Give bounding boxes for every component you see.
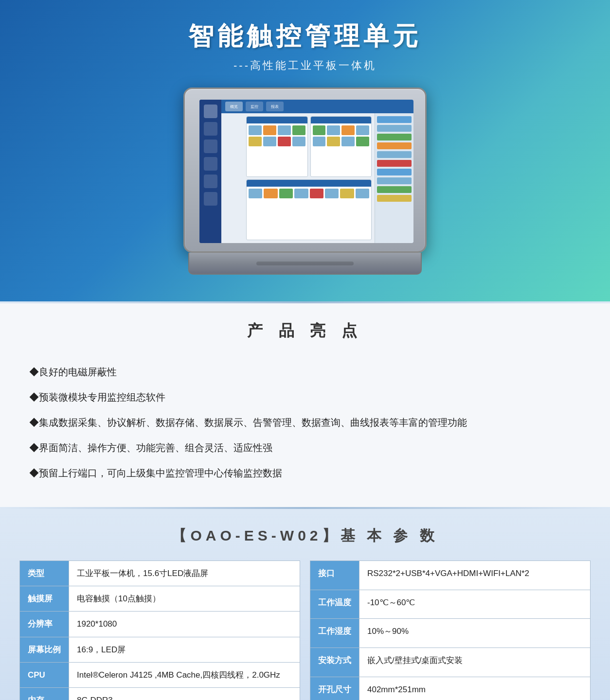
panel-header-1 xyxy=(247,117,307,123)
spec-value: 16:9，LED屏 xyxy=(69,637,300,662)
tablet-stand-detail xyxy=(256,262,354,265)
spec-value: 工业平板一体机，15.6寸LED液晶屏 xyxy=(69,561,300,586)
screen-info-icon xyxy=(204,140,217,153)
screen-right-panel xyxy=(375,113,413,243)
screen-panel-1 xyxy=(246,116,308,177)
spec-value: 电容触摸（10点触摸） xyxy=(69,586,300,612)
spec-row: 安装方式嵌入式/壁挂式/桌面式安装 xyxy=(310,648,591,677)
spec-row: 分辨率1920*1080 xyxy=(20,612,300,637)
feature-item: ◆集成数据采集、协议解析、数据存储、数据展示、告警管理、数据查询、曲线报表等丰富… xyxy=(29,414,581,431)
tablet-screen: 概览 监控 报表 xyxy=(199,100,413,243)
spec-value: 嵌入式/壁挂式/桌面式安装 xyxy=(359,648,591,677)
status-bar xyxy=(377,125,412,132)
mini-block xyxy=(249,189,262,198)
mini-block xyxy=(278,125,291,135)
tablet-stand xyxy=(188,253,422,275)
mini-block xyxy=(341,125,355,135)
features-section: 产 品 亮 点 ◆良好的电磁屏蔽性◆预装微模块专用监控组态软件◆集成数据采集、协… xyxy=(0,303,610,507)
specs-section: 【OAO-ES-W02】基 本 参 数 类型工业平板一体机，15.6寸LED液晶… xyxy=(0,509,610,700)
screen-panel-2 xyxy=(310,116,372,177)
feature-item: ◆良好的电磁屏蔽性 xyxy=(29,364,581,380)
spec-label: 接口 xyxy=(310,561,359,590)
spec-row: 开孔尺寸402mm*251mm xyxy=(310,677,591,700)
status-bar xyxy=(377,186,412,193)
specs-left-table: 类型工业平板一体机，15.6寸LED液晶屏触摸屏电容触摸（10点触摸）分辨率19… xyxy=(19,560,300,700)
main-title: 智能触控管理单元 xyxy=(10,19,600,53)
specs-right-table: 接口RS232*2+USB*4+VGA+HDMI+WIFI+LAN*2工作温度-… xyxy=(310,560,591,700)
spec-row: 触摸屏电容触摸（10点触摸） xyxy=(20,586,300,612)
status-bar xyxy=(377,151,412,158)
spec-label: CPU xyxy=(20,662,69,687)
tablet-device: 概览 监控 报表 xyxy=(179,88,431,272)
mini-block xyxy=(292,137,305,146)
feature-item: ◆预留上行端口，可向上级集中监控管理中心传输监控数据 xyxy=(29,465,581,481)
mini-block xyxy=(327,125,340,135)
screen-left-panel xyxy=(199,100,221,243)
screen-tab-1: 概览 xyxy=(225,102,243,111)
spec-value: 10%～90% xyxy=(359,619,591,648)
spec-value: 402mm*251mm xyxy=(359,677,591,700)
mini-block xyxy=(263,137,276,146)
spec-value: Intel®Celeron J4125 ,4MB Cache,四核四线程，2.0… xyxy=(69,662,300,687)
screen-chart-icon xyxy=(204,157,217,171)
spec-row: 屏幕比例16:9，LED屏 xyxy=(20,637,300,662)
status-bar xyxy=(377,160,412,167)
spec-row: 工作温度-10℃～60℃ xyxy=(310,590,591,619)
mini-block xyxy=(310,189,323,198)
spec-row: 工作湿度10%～90% xyxy=(310,619,591,648)
spec-value: 8G DDR3 xyxy=(69,687,300,700)
screen-top-bar: 概览 监控 报表 xyxy=(221,100,413,113)
sub-title: ---高性能工业平板一体机 xyxy=(10,58,600,73)
mini-block xyxy=(313,125,326,135)
product-image-container: 概览 监控 报表 xyxy=(10,88,600,272)
screen-main-area: 概览 监控 报表 xyxy=(221,100,413,243)
spec-value: RS232*2+USB*4+VGA+HDMI+WIFI+LAN*2 xyxy=(359,561,591,590)
spec-value: -10℃～60℃ xyxy=(359,590,591,619)
spec-row: CPUIntel®Celeron J4125 ,4MB Cache,四核四线程，… xyxy=(20,662,300,687)
spec-row: 接口RS232*2+USB*4+VGA+HDMI+WIFI+LAN*2 xyxy=(310,561,591,590)
status-bar xyxy=(377,177,412,184)
spec-label: 开孔尺寸 xyxy=(310,677,359,700)
tablet-outer: 概览 监控 报表 xyxy=(183,88,427,253)
spec-row: 类型工业平板一体机，15.6寸LED液晶屏 xyxy=(20,561,300,586)
spec-label: 分辨率 xyxy=(20,612,69,637)
spec-label: 工作温度 xyxy=(310,590,359,619)
feature-item: ◆预装微模块专用监控组态软件 xyxy=(29,389,581,405)
mini-block xyxy=(279,189,293,198)
spec-row: 内存8G DDR3 xyxy=(20,687,300,700)
screen-panel-3 xyxy=(246,179,372,240)
specs-table-container: 类型工业平板一体机，15.6寸LED液晶屏触摸屏电容触摸（10点触摸）分辨率19… xyxy=(19,560,591,700)
spec-value: 1920*1080 xyxy=(69,612,300,637)
mini-block xyxy=(278,137,291,146)
mini-block xyxy=(356,137,369,146)
spec-label: 类型 xyxy=(20,561,69,586)
mini-block xyxy=(356,125,369,135)
status-bar xyxy=(377,195,412,202)
feature-item: ◆界面简洁、操作方便、功能完善、组合灵活、适应性强 xyxy=(29,439,581,456)
mini-block xyxy=(249,125,262,135)
mini-block xyxy=(264,189,277,198)
status-bar xyxy=(377,169,412,175)
features-list: ◆良好的电磁屏蔽性◆预装微模块专用监控组态软件◆集成数据采集、协议解析、数据存储… xyxy=(29,364,581,481)
status-bar xyxy=(377,142,412,149)
spec-label: 屏幕比例 xyxy=(20,637,69,662)
screen-extra-icon xyxy=(204,192,217,206)
mini-block xyxy=(294,189,308,198)
mini-block xyxy=(263,125,276,135)
header-section: 智能触控管理单元 ---高性能工业平板一体机 xyxy=(0,0,610,301)
status-bar xyxy=(377,134,412,140)
panel-header-3 xyxy=(247,180,371,187)
features-title: 产 品 亮 点 xyxy=(29,320,581,349)
screen-home-icon xyxy=(204,105,217,118)
screen-settings-icon xyxy=(204,175,217,188)
spec-label: 安装方式 xyxy=(310,648,359,677)
panel-header-2 xyxy=(311,117,372,123)
spec-label: 触摸屏 xyxy=(20,586,69,612)
mini-block xyxy=(341,137,355,146)
mini-block xyxy=(249,137,262,146)
spec-label: 工作湿度 xyxy=(310,619,359,648)
screen-tab-2: 监控 xyxy=(246,102,263,111)
mini-block xyxy=(356,189,369,198)
mini-block xyxy=(313,137,326,146)
mini-block xyxy=(325,189,339,198)
